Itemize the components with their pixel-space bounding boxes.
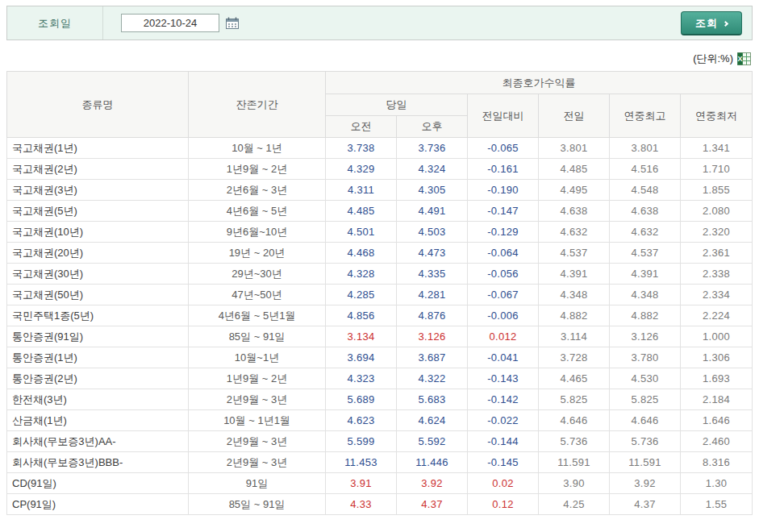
cell-type-name: 국고채권(5년) bbox=[7, 201, 189, 222]
cell-type-name: CD(91일) bbox=[7, 473, 189, 494]
cell-period: 1년9월 ~ 2년 bbox=[189, 368, 326, 389]
table-row: 국민주택1종(5년)4년6월 ~ 5년1월4.8564.876-0.0064.8… bbox=[7, 305, 753, 326]
cell-type-name: 국고채권(10년) bbox=[7, 222, 189, 243]
cell-afternoon: 11.446 bbox=[397, 452, 468, 473]
search-button-label: 조회 bbox=[695, 16, 718, 31]
cell-morning: 4.485 bbox=[326, 201, 397, 222]
cell-period: 2년9월 ~ 3년 bbox=[189, 431, 326, 452]
table-row: 국고채권(2년)1년9월 ~ 2년4.3294.324-0.1614.4854.… bbox=[7, 159, 753, 180]
header-year-low: 연중최저 bbox=[681, 94, 753, 138]
cell-period: 2년9월 ~ 3년 bbox=[189, 389, 326, 410]
cell-afternoon: 3.126 bbox=[397, 326, 468, 347]
cell-afternoon: 5.683 bbox=[397, 389, 468, 410]
cell-year-high: 3.780 bbox=[610, 347, 681, 368]
query-bar-divider bbox=[102, 6, 103, 39]
cell-period: 10월~1년 bbox=[189, 347, 326, 368]
query-date-input[interactable] bbox=[121, 14, 219, 32]
table-row: CD(91일)91일3.913.920.023.903.921.30 bbox=[7, 473, 753, 494]
cell-morning: 5.599 bbox=[326, 431, 397, 452]
table-row: 국고채권(5년)4년6월 ~ 5년4.4854.491-0.1474.6384.… bbox=[7, 201, 753, 222]
unit-label: (단위:%) bbox=[693, 52, 733, 66]
cell-type-name: 통안증권(2년) bbox=[7, 368, 189, 389]
cell-morning: 4.323 bbox=[326, 368, 397, 389]
cell-type-name: 통안증권(1년) bbox=[7, 347, 189, 368]
cell-change: -0.143 bbox=[468, 368, 539, 389]
header-prev: 전일 bbox=[539, 94, 610, 138]
cell-prev: 11.591 bbox=[539, 452, 610, 473]
cell-morning: 4.623 bbox=[326, 410, 397, 431]
cell-change: -0.041 bbox=[468, 347, 539, 368]
cell-prev: 3.728 bbox=[539, 347, 610, 368]
cell-type-name: 국고채권(50년) bbox=[7, 285, 189, 305]
cell-morning: 4.33 bbox=[326, 494, 397, 515]
excel-download-icon[interactable]: X bbox=[737, 52, 751, 65]
cell-morning: 11.453 bbox=[326, 452, 397, 473]
table-row: 산금채(1년)10월 ~ 1년1월4.6234.624-0.0224.6464.… bbox=[7, 410, 753, 431]
cell-year-low: 2.184 bbox=[681, 389, 753, 410]
cell-year-low: 1.693 bbox=[681, 368, 753, 389]
cell-afternoon: 4.324 bbox=[397, 159, 468, 180]
cell-afternoon: 4.322 bbox=[397, 368, 468, 389]
cell-morning: 4.328 bbox=[326, 264, 397, 285]
cell-afternoon: 4.876 bbox=[397, 305, 468, 326]
cell-change: 0.02 bbox=[468, 473, 539, 494]
cell-afternoon: 3.92 bbox=[397, 473, 468, 494]
page: 조회일 조회 (단위:%) bbox=[0, 0, 759, 515]
cell-year-low: 1.646 bbox=[681, 410, 753, 431]
header-afternoon: 오후 bbox=[397, 116, 468, 138]
search-button[interactable]: 조회 bbox=[681, 11, 742, 35]
cell-year-high: 5.736 bbox=[610, 431, 681, 452]
table-row: CP(91일)85일 ~ 91일4.334.370.124.254.371.55 bbox=[7, 494, 753, 515]
cell-type-name: 국고채권(1년) bbox=[7, 138, 189, 159]
cell-afternoon: 4.37 bbox=[397, 494, 468, 515]
cell-afternoon: 4.305 bbox=[397, 180, 468, 201]
yield-table: 종류명 잔존기간 최종호가수익률 당일 전일대비 전일 연중최고 연중최저 오전… bbox=[6, 71, 753, 515]
table-row: 회사채(무보증3년)BBB-2년9월 ~ 3년11.45311.446-0.14… bbox=[7, 452, 753, 473]
cell-afternoon: 3.687 bbox=[397, 347, 468, 368]
cell-year-low: 2.080 bbox=[681, 201, 753, 222]
cell-change: -0.142 bbox=[468, 389, 539, 410]
cell-year-high: 4.638 bbox=[610, 201, 681, 222]
svg-text:X: X bbox=[738, 55, 743, 63]
cell-morning: 4.501 bbox=[326, 222, 397, 243]
cell-period: 9년6월~10년 bbox=[189, 222, 326, 243]
unit-row: (단위:%) X bbox=[6, 52, 751, 66]
cell-prev: 4.485 bbox=[539, 159, 610, 180]
cell-morning: 5.689 bbox=[326, 389, 397, 410]
header-yield-group: 최종호가수익률 bbox=[326, 72, 753, 94]
cell-prev: 4.391 bbox=[539, 264, 610, 285]
cell-prev: 4.25 bbox=[539, 494, 610, 515]
cell-prev: 4.465 bbox=[539, 368, 610, 389]
cell-period: 2년9월 ~ 3년 bbox=[189, 452, 326, 473]
cell-period: 85일 ~ 91일 bbox=[189, 326, 326, 347]
cell-period: 10월 ~ 1년1월 bbox=[189, 410, 326, 431]
cell-year-low: 2.320 bbox=[681, 222, 753, 243]
table-row: 국고채권(3년)2년6월 ~ 3년4.3114.305-0.1904.4954.… bbox=[7, 180, 753, 201]
cell-change: -0.161 bbox=[468, 159, 539, 180]
cell-change: 0.12 bbox=[468, 494, 539, 515]
cell-change: -0.056 bbox=[468, 264, 539, 285]
calendar-button[interactable] bbox=[224, 15, 240, 31]
cell-year-low: 2.334 bbox=[681, 285, 753, 305]
cell-year-high: 3.801 bbox=[610, 138, 681, 159]
cell-change: -0.067 bbox=[468, 285, 539, 305]
cell-year-high: 4.537 bbox=[610, 243, 681, 264]
table-row: 통안증권(1년)10월~1년3.6943.687-0.0413.7283.780… bbox=[7, 347, 753, 368]
cell-change: 0.012 bbox=[468, 326, 539, 347]
header-morning: 오전 bbox=[326, 116, 397, 138]
cell-year-low: 1.341 bbox=[681, 138, 753, 159]
cell-period: 47년~50년 bbox=[189, 285, 326, 305]
cell-year-high: 11.591 bbox=[610, 452, 681, 473]
header-period: 잔존기간 bbox=[189, 72, 326, 138]
cell-period: 1년9월 ~ 2년 bbox=[189, 159, 326, 180]
cell-type-name: 회사채(무보증3년)AA- bbox=[7, 431, 189, 452]
header-year-high: 연중최고 bbox=[610, 94, 681, 138]
header-change: 전일대비 bbox=[468, 94, 539, 138]
cell-period: 4년6월 ~ 5년1월 bbox=[189, 305, 326, 326]
cell-change: -0.147 bbox=[468, 201, 539, 222]
cell-year-high: 4.348 bbox=[610, 285, 681, 305]
cell-type-name: 회사채(무보증3년)BBB- bbox=[7, 452, 189, 473]
cell-period: 2년6월 ~ 3년 bbox=[189, 180, 326, 201]
cell-prev: 3.801 bbox=[539, 138, 610, 159]
cell-type-name: CP(91일) bbox=[7, 494, 189, 515]
